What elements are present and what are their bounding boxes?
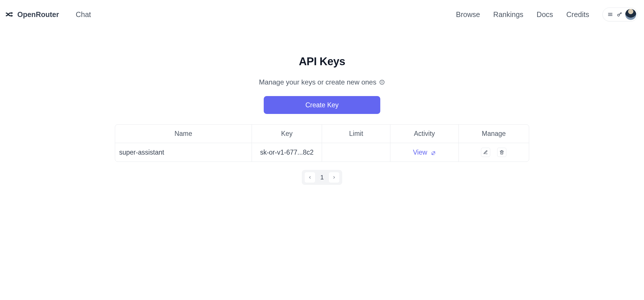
external-link-icon [431,150,436,155]
nav-link-browse[interactable]: Browse [456,10,480,19]
table-header-row: Name Key Limit Activity Manage [115,125,529,143]
prev-page-button[interactable] [305,172,315,183]
avatar[interactable] [625,9,636,20]
cell-key: sk-or-v1-677...8c2 [252,143,322,162]
nav-right: Browse Rankings Docs Credits [456,7,638,21]
cell-limit [322,143,390,162]
page-subtitle: Manage your keys or create new ones [259,78,377,86]
col-header-limit: Limit [322,125,390,143]
nav-link-docs[interactable]: Docs [537,10,553,19]
pagination: 1 [302,170,342,185]
page-subtitle-row: Manage your keys or create new ones [115,78,529,86]
cell-activity: View [390,143,459,162]
table-row: super-assistant sk-or-v1-677...8c2 View [115,143,529,162]
top-nav: OpenRouter Chat Browse Rankings Docs Cre… [0,0,644,29]
cell-manage [458,143,529,162]
svg-marker-1 [11,15,13,17]
svg-point-8 [382,81,382,81]
col-header-manage: Manage [458,125,529,143]
nav-left: OpenRouter Chat [5,10,91,19]
nav-link-credits[interactable]: Credits [566,10,589,19]
brand-name: OpenRouter [17,10,59,19]
brand[interactable]: OpenRouter [5,10,59,19]
create-key-button[interactable]: Create Key [264,96,380,114]
edit-key-button[interactable] [481,148,490,157]
cell-name: super-assistant [115,143,252,162]
col-header-name: Name [115,125,252,143]
nav-user-pill [602,7,638,21]
key-icon[interactable] [616,11,623,18]
col-header-key: Key [252,125,322,143]
info-icon[interactable] [379,79,385,85]
current-page-number: 1 [318,174,326,181]
api-keys-table: Name Key Limit Activity Manage super-ass… [115,124,529,162]
svg-line-9 [432,152,435,154]
nav-link-chat[interactable]: Chat [76,10,91,19]
menu-icon[interactable] [607,11,614,18]
svg-marker-0 [11,12,13,14]
delete-key-button[interactable] [497,148,506,157]
main-content: API Keys Manage your keys or create new … [115,29,529,185]
page-title: API Keys [115,55,529,68]
col-header-activity: Activity [390,125,459,143]
next-page-button[interactable] [329,172,339,183]
view-activity-link[interactable]: View [413,149,436,156]
view-activity-label: View [413,149,427,156]
nav-link-rankings[interactable]: Rankings [493,10,523,19]
brand-logo-icon [5,10,13,18]
